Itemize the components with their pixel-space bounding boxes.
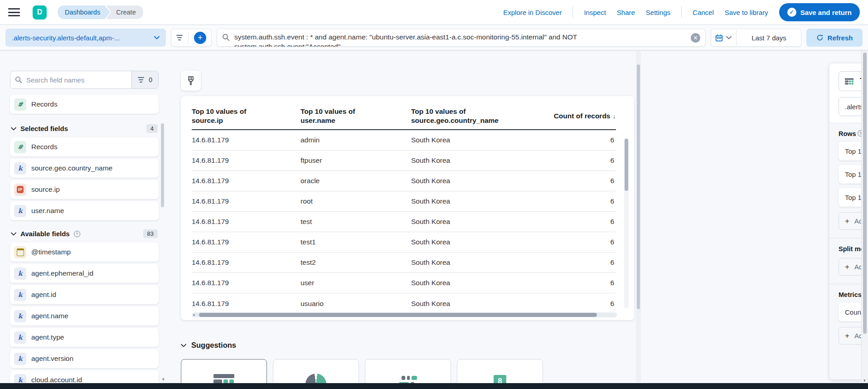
query-input[interactable]: system.auth.ssh.event : * and agent.name… xyxy=(217,29,706,47)
sidebar-scrollbar-thumb[interactable] xyxy=(161,123,164,207)
suggestion-table[interactable] xyxy=(181,359,267,383)
workspace-scrollbar-thumb[interactable] xyxy=(637,64,640,309)
plus-icon: + xyxy=(845,217,849,225)
field-item[interactable]: @timestamp xyxy=(10,243,159,262)
cell-user-name[interactable]: user xyxy=(301,279,411,287)
clear-query-icon[interactable]: ✕ xyxy=(691,33,700,43)
table-row[interactable]: 14.6.81.179 usuario South Korea 6 xyxy=(192,293,616,314)
cell-user-name[interactable]: root xyxy=(301,197,411,205)
cell-count[interactable]: 6 xyxy=(525,177,616,185)
cell-country[interactable]: South Korea xyxy=(411,218,525,226)
date-picker-calendar-button[interactable] xyxy=(711,34,736,42)
cell-source-ip[interactable]: 14.6.81.179 xyxy=(192,238,301,246)
time-range-value[interactable]: Last 7 days xyxy=(736,30,801,46)
cell-count[interactable]: 6 xyxy=(525,218,616,226)
cell-user-name[interactable]: ftpuser xyxy=(301,156,411,165)
cell-source-ip[interactable]: 14.6.81.179 xyxy=(192,258,301,267)
cancel-link[interactable]: Cancel xyxy=(693,9,714,16)
table-row[interactable]: 14.6.81.179 admin South Korea 6 xyxy=(192,130,616,151)
field-item[interactable]: source.ip xyxy=(10,180,159,199)
cell-country[interactable]: South Korea xyxy=(411,177,525,185)
scroll-left-arrow-icon: ◂ xyxy=(193,312,195,317)
save-to-library-link[interactable]: Save to library xyxy=(725,9,768,16)
chart-appearance-button[interactable] xyxy=(181,71,201,91)
cell-count[interactable]: 6 xyxy=(525,258,616,267)
suggestion-pie[interactable] xyxy=(273,359,359,383)
filter-icon[interactable] xyxy=(176,35,183,40)
field-item[interactable]: agent.ephemeral_id xyxy=(10,264,159,283)
field-item[interactable]: agent.type xyxy=(10,328,159,347)
table-vertical-scrollbar-thumb[interactable] xyxy=(625,139,628,191)
cell-country[interactable]: South Korea xyxy=(411,197,525,205)
cell-source-ip[interactable]: 14.6.81.179 xyxy=(192,218,301,226)
field-item[interactable]: source.geo.country_name xyxy=(10,159,159,178)
cell-count[interactable]: 6 xyxy=(525,156,616,165)
field-item[interactable]: agent.version xyxy=(10,349,159,368)
header-menu-link[interactable]: Inspect xyxy=(584,9,606,16)
refresh-button[interactable]: Refresh xyxy=(806,29,863,47)
table-row[interactable]: 14.6.81.179 user South Korea 6 xyxy=(192,273,616,293)
header-menu-link[interactable]: Settings xyxy=(646,9,670,16)
suggestions-header[interactable]: Suggestions xyxy=(181,341,868,350)
field-item[interactable]: Records xyxy=(10,95,159,114)
cell-user-name[interactable]: oracle xyxy=(301,177,411,185)
field-item[interactable]: user.name xyxy=(10,201,159,220)
field-type-filter-button[interactable]: 0 xyxy=(131,71,158,88)
cell-source-ip[interactable]: 14.6.81.179 xyxy=(192,136,301,144)
table-column-header[interactable]: Top 10 values of user.name xyxy=(301,107,411,125)
cell-source-ip[interactable]: 14.6.81.179 xyxy=(192,177,301,185)
field-search-input[interactable]: Search field names xyxy=(10,76,131,84)
data-view-picker[interactable]: .alerts-security.alerts-default,apm-... xyxy=(5,29,166,47)
cell-count[interactable]: 6 xyxy=(525,136,616,144)
field-item[interactable]: cloud.account.id xyxy=(10,370,159,383)
explore-in-discover-link[interactable]: Explore in Discover xyxy=(503,9,562,16)
suggestion-metric[interactable]: 8 xyxy=(457,359,543,383)
table-row[interactable]: 14.6.81.179 test1 South Korea 6 xyxy=(192,232,616,253)
cell-country[interactable]: South Korea xyxy=(411,136,525,144)
cell-source-ip[interactable]: 14.6.81.179 xyxy=(192,197,301,205)
cell-country[interactable]: South Korea xyxy=(411,238,525,246)
cell-user-name[interactable]: admin xyxy=(301,136,411,144)
cell-count[interactable]: 6 xyxy=(525,238,616,246)
cell-country[interactable]: South Korea xyxy=(411,258,525,267)
table-row[interactable]: 14.6.81.179 oracle South Korea 6 xyxy=(192,171,616,191)
space-avatar[interactable]: D xyxy=(33,5,47,19)
selected-fields-header[interactable]: Selected fields 4 xyxy=(11,124,158,133)
cell-source-ip[interactable]: 14.6.81.179 xyxy=(192,279,301,287)
header-menu-link[interactable]: Share xyxy=(617,9,635,16)
table-column-header[interactable]: Count of records↓ xyxy=(525,112,616,121)
table-row[interactable]: 14.6.81.179 test South Korea 6 xyxy=(192,212,616,232)
cell-count[interactable]: 6 xyxy=(525,300,616,308)
cell-user-name[interactable]: test1 xyxy=(301,238,411,246)
table-column-header[interactable]: Top 10 values of source.ip xyxy=(192,107,301,125)
available-fields-header[interactable]: Available fields ? 83 xyxy=(11,229,158,238)
table-column-header[interactable]: Top 10 values of source.geo.country_name xyxy=(411,107,525,125)
cell-count[interactable]: 6 xyxy=(525,197,616,205)
info-icon[interactable]: ? xyxy=(74,231,80,237)
save-and-return-button[interactable]: ✓ Save and return xyxy=(779,3,860,21)
main-content: Search field names 0 Records Selected fi xyxy=(0,51,868,383)
suggestion-bar-horizontal[interactable] xyxy=(365,359,451,383)
cell-count[interactable]: 6 xyxy=(525,279,616,287)
field-item[interactable]: Records xyxy=(10,137,159,156)
cell-user-name[interactable]: usuario xyxy=(301,300,411,308)
field-item[interactable]: agent.id xyxy=(10,285,159,304)
field-item[interactable]: agent.name xyxy=(10,306,159,326)
field-name: Records xyxy=(31,143,58,151)
cell-source-ip[interactable]: 14.6.81.179 xyxy=(192,156,301,165)
cell-country[interactable]: South Korea xyxy=(411,300,525,308)
add-filter-button[interactable]: + xyxy=(194,32,206,44)
cell-user-name[interactable]: test2 xyxy=(301,258,411,267)
table-row[interactable]: 14.6.81.179 ftpuser South Korea 6 xyxy=(192,151,616,171)
cell-country[interactable]: South Korea xyxy=(411,279,525,287)
cell-source-ip[interactable]: 14.6.81.179 xyxy=(192,300,301,308)
breadcrumb-dashboards[interactable]: Dashboards xyxy=(58,5,110,19)
cell-country[interactable]: South Korea xyxy=(411,156,525,165)
cell-user-name[interactable]: test xyxy=(301,218,411,226)
top-header: D Dashboards Create Explore in Discover … xyxy=(0,0,868,25)
table-horizontal-scrollbar-thumb[interactable] xyxy=(199,313,597,317)
table-row[interactable]: 14.6.81.179 test2 South Korea 6 xyxy=(192,253,616,273)
table-row[interactable]: 14.6.81.179 root South Korea 6 xyxy=(192,191,616,212)
page-scrollbar-thumb[interactable] xyxy=(863,53,867,334)
menu-icon[interactable] xyxy=(8,8,20,16)
